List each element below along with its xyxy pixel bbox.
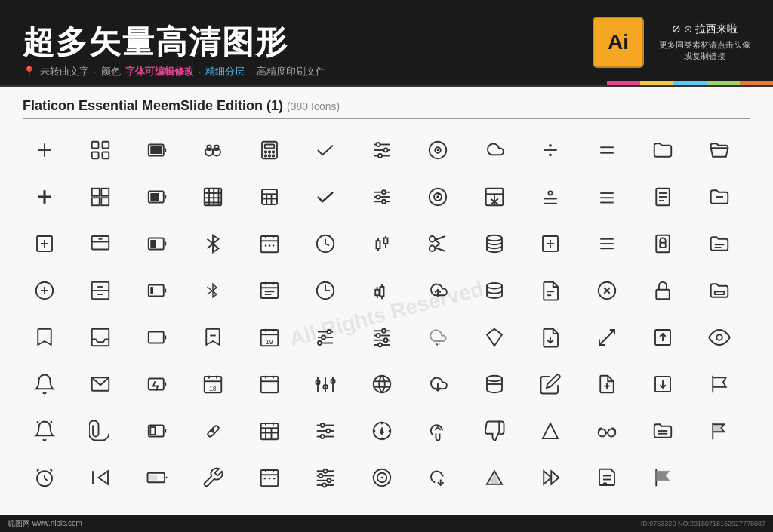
icon-lock-file[interactable] — [641, 222, 685, 266]
icon-sliders3[interactable] — [360, 315, 404, 359]
icon-triangle[interactable] — [528, 409, 572, 453]
icon-doc-lines[interactable] — [528, 269, 572, 312]
icon-filter-sliders[interactable] — [360, 175, 404, 219]
icon-cloud-upload2[interactable] — [416, 409, 460, 453]
icon-grid-square[interactable] — [79, 175, 122, 219]
icon-check[interactable] — [303, 128, 347, 172]
icon-lines[interactable] — [585, 175, 629, 219]
icon-battery-outline[interactable] — [135, 315, 179, 359]
icon-paperclip[interactable] — [79, 409, 122, 453]
icon-battery-high[interactable] — [135, 175, 179, 219]
icon-arrow-down-file[interactable] — [528, 315, 572, 359]
icon-wrench[interactable] — [191, 456, 235, 500]
icon-database2[interactable] — [473, 269, 516, 312]
icon-cloud[interactable] — [473, 128, 516, 172]
icon-bell[interactable] — [23, 362, 66, 406]
icon-folder2[interactable] — [698, 269, 741, 312]
icon-calculator[interactable] — [248, 128, 291, 172]
icon-grid-dots[interactable] — [79, 128, 122, 172]
icon-compass[interactable] — [360, 409, 404, 453]
icon-plus-circle[interactable] — [23, 269, 66, 312]
icon-clock2[interactable] — [303, 269, 347, 312]
icon-pencil[interactable] — [528, 362, 572, 406]
icon-globe[interactable] — [360, 362, 404, 406]
icon-calendar-19[interactable]: 19 — [248, 315, 291, 359]
icon-files[interactable] — [585, 456, 629, 500]
icon-calendar-grid[interactable] — [248, 409, 291, 453]
icon-flag3[interactable] — [641, 456, 685, 500]
icon-bandage[interactable] — [191, 409, 235, 453]
icon-list-lines[interactable] — [585, 222, 629, 266]
icon-grid-calc[interactable] — [248, 175, 291, 219]
icon-drawer[interactable] — [79, 222, 122, 266]
icon-folder-open[interactable] — [698, 128, 741, 172]
icon-calendar-18[interactable]: 18 — [191, 362, 235, 406]
icon-bell-ring[interactable] — [23, 409, 66, 453]
icon-calendar-week[interactable] — [248, 456, 291, 500]
icon-list-items[interactable] — [248, 269, 291, 312]
icon-division[interactable] — [528, 222, 572, 266]
icon-triangle2[interactable] — [473, 456, 516, 500]
icon-divide[interactable] — [528, 128, 572, 172]
icon-inbox[interactable] — [79, 315, 122, 359]
icon-target[interactable] — [360, 456, 404, 500]
icon-candlestick[interactable] — [360, 222, 404, 266]
icon-arrow-up-box[interactable] — [641, 315, 685, 359]
icon-battery-full[interactable] — [135, 128, 179, 172]
icon-folder3[interactable] — [641, 409, 685, 453]
icon-scissors[interactable] — [416, 222, 460, 266]
icon-mixer[interactable] — [303, 362, 347, 406]
icon-cabinet[interactable] — [79, 269, 122, 312]
icon-sliders[interactable] — [360, 128, 404, 172]
icon-database3[interactable] — [473, 362, 516, 406]
icon-calendar-blank[interactable] — [248, 362, 291, 406]
icon-folder-closed[interactable] — [641, 128, 685, 172]
icon-plus-2[interactable] — [23, 175, 66, 219]
icon-eye[interactable] — [698, 315, 741, 359]
icon-cd[interactable] — [416, 175, 460, 219]
icon-clock[interactable] — [303, 222, 347, 266]
icon-battery2[interactable] — [135, 409, 179, 453]
icon-equals[interactable] — [585, 128, 629, 172]
icon-cloud-download[interactable] — [416, 362, 460, 406]
icon-folder-list[interactable] — [698, 222, 741, 266]
icon-sliders2[interactable] — [303, 315, 347, 359]
icon-vinyl[interactable] — [416, 128, 460, 172]
icon-lock[interactable] — [641, 269, 685, 312]
icon-texture[interactable] — [191, 175, 235, 219]
icon-bookmark2[interactable] — [191, 315, 235, 359]
icon-x-circle[interactable] — [585, 269, 629, 312]
icon-skip-back[interactable] — [79, 456, 122, 500]
icon-plus-box[interactable] — [23, 222, 66, 266]
icon-calendar-dots[interactable] — [248, 222, 291, 266]
icon-table-x[interactable] — [473, 175, 516, 219]
icon-alarm[interactable] — [23, 456, 66, 500]
icon-bookmark[interactable] — [23, 315, 66, 359]
icon-battery3[interactable] — [135, 456, 179, 500]
icon-candle2[interactable] — [360, 269, 404, 312]
icon-bluetooth[interactable] — [191, 222, 235, 266]
icon-flag2[interactable] — [698, 409, 741, 453]
icon-binoculars[interactable] — [191, 128, 235, 172]
icon-mail-check[interactable] — [303, 175, 347, 219]
icon-battery-low[interactable] — [135, 269, 179, 312]
icon-battery-charge[interactable] — [135, 362, 179, 406]
icon-doc-arrow[interactable] — [585, 362, 629, 406]
icon-flag-outline[interactable] — [698, 362, 741, 406]
icon-fraction[interactable] — [528, 175, 572, 219]
icon-mail[interactable] — [79, 362, 122, 406]
icon-bluetooth-sm[interactable] — [191, 269, 235, 312]
icon-sliders5[interactable] — [303, 456, 347, 500]
icon-share[interactable] — [585, 315, 629, 359]
icon-glasses[interactable] — [585, 409, 629, 453]
icon-arrow-down-box[interactable] — [641, 362, 685, 406]
icon-database[interactable] — [473, 222, 516, 266]
icon-fast-forward[interactable] — [528, 456, 572, 500]
icon-diamond[interactable] — [473, 315, 516, 359]
icon-folder-files[interactable] — [698, 175, 741, 219]
icon-cloud-refresh[interactable] — [416, 456, 460, 500]
icon-battery-med[interactable] — [135, 222, 179, 266]
icon-file-text[interactable] — [641, 175, 685, 219]
icon-thumbs-down[interactable] — [473, 409, 516, 453]
icon-plus[interactable] — [23, 128, 66, 172]
